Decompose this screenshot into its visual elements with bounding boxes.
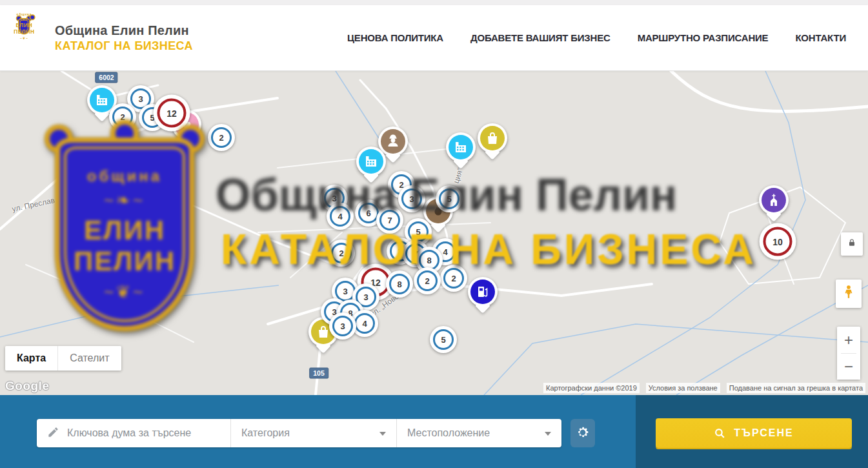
cluster-count: 5 xyxy=(433,329,454,350)
cluster-marker[interactable]: 2 xyxy=(440,265,467,292)
cluster-marker[interactable]: 12 xyxy=(154,95,190,132)
cluster-marker[interactable]: 3 xyxy=(398,185,425,212)
pin-marker-church[interactable] xyxy=(759,185,789,215)
map-type-switcher: Карта Сателит xyxy=(5,346,121,371)
cluster-marker[interactable]: 5 xyxy=(436,185,463,212)
zoom-out-button[interactable]: − xyxy=(837,354,860,380)
logo-text-line1: ЕЛИН xyxy=(14,22,34,28)
pin-marker-building[interactable] xyxy=(356,147,386,176)
cluster-marker[interactable]: 3 xyxy=(329,312,356,340)
map-attribution: Картографски данни ©2019 Условия за полз… xyxy=(543,383,865,393)
cluster-count: 12 xyxy=(157,99,187,128)
cluster-count: 4 xyxy=(330,206,350,227)
keyword-input[interactable] xyxy=(67,427,220,439)
cluster-count: 2 xyxy=(112,107,133,127)
building-icon xyxy=(90,88,114,112)
nav-item-contacts[interactable]: КОНТАКТИ xyxy=(795,32,846,43)
map-canvas[interactable]: 6002105 ул. Преславбул. „Новоселция” 325… xyxy=(0,71,868,395)
category-select[interactable]: Категория xyxy=(230,419,396,447)
chevron-down-icon xyxy=(545,432,551,436)
location-select[interactable]: Местоположение xyxy=(396,419,561,447)
category-placeholder: Категория xyxy=(241,427,290,439)
cluster-marker[interactable]: 2 xyxy=(109,103,136,130)
pegman-icon xyxy=(840,284,857,303)
cluster-count: 2 xyxy=(331,243,352,263)
brand[interactable]: община ~❧~ ЕЛИН ПЕЛИН ~❦~ Община Елин Пе… xyxy=(18,18,193,58)
worker-icon xyxy=(381,129,405,154)
lock-button[interactable] xyxy=(841,232,863,256)
nav-item-pricing[interactable]: ЦЕНОВА ПОЛИТИКА xyxy=(347,32,443,43)
site-subtitle: КАТАЛОГ НА БИЗНЕСА xyxy=(55,39,193,53)
pencil-icon xyxy=(47,426,59,441)
satellite-view-button[interactable]: Сателит xyxy=(57,346,121,371)
lock-icon xyxy=(847,238,857,250)
cluster-count: 2 xyxy=(417,270,438,291)
logo-text-top: община xyxy=(16,12,32,16)
search-bar: Категория Местоположение ТЪРСЕНЕ xyxy=(0,395,868,468)
search-button-label: ТЪРСЕНЕ xyxy=(734,427,793,439)
cluster-marker[interactable]: 8 xyxy=(386,270,413,298)
pin-marker-fuel[interactable] xyxy=(468,277,498,307)
pegman-button[interactable] xyxy=(836,280,862,308)
search-group: Категория Местоположение xyxy=(37,419,561,447)
cluster-count: 2 xyxy=(211,127,232,148)
cluster-marker[interactable]: 2 xyxy=(328,239,355,267)
search-button[interactable]: ТЪРСЕНЕ xyxy=(656,418,852,448)
main-nav: ЦЕНОВА ПОЛИТИКА ДОБАВЕТЕ ВАШИЯТ БИЗНЕС М… xyxy=(347,32,850,43)
search-icon xyxy=(714,427,726,440)
cluster-count: 7 xyxy=(379,210,400,230)
gear-icon xyxy=(576,425,590,442)
location-placeholder: Местоположение xyxy=(407,427,490,439)
fuel-icon xyxy=(470,280,495,304)
chevron-down-icon xyxy=(379,432,386,436)
cluster-count: 5 xyxy=(439,188,459,209)
logo-ornament: ~❧~ xyxy=(20,17,28,21)
cluster-marker[interactable]: 4 xyxy=(327,203,354,230)
site-title: Община Елин Пелин xyxy=(55,23,193,38)
page-top-strip xyxy=(0,0,868,5)
google-logo: Google xyxy=(5,379,49,393)
building-icon xyxy=(449,135,473,159)
cluster-marker[interactable]: 2 xyxy=(208,124,235,151)
attribution-data: Картографски данни ©2019 xyxy=(543,383,640,393)
zoom-controls: + − xyxy=(837,327,860,380)
cluster-count: 2 xyxy=(443,268,464,289)
cluster-count: 3 xyxy=(401,188,422,209)
pin-marker-building[interactable] xyxy=(446,132,476,162)
cluster-count: 8 xyxy=(389,274,410,294)
cluster-count: 4 xyxy=(354,313,375,334)
nav-item-bus-schedule[interactable]: МАРШРУТНО РАЗПИСАНИЕ xyxy=(638,32,769,43)
cluster-marker[interactable]: 7 xyxy=(376,207,403,234)
cluster-count: 10 xyxy=(763,227,792,256)
bag-icon xyxy=(480,126,505,150)
cluster-marker[interactable]: 2 xyxy=(414,267,441,294)
building-icon xyxy=(359,149,383,174)
map-view-button[interactable]: Карта xyxy=(5,346,57,371)
municipality-logo: община ~❧~ ЕЛИН ПЕЛИН ~❦~ xyxy=(18,18,30,34)
logo-ornament-bottom: ~❦~ xyxy=(20,36,28,39)
cluster-count: 3 xyxy=(332,316,353,336)
church-icon xyxy=(762,188,786,212)
pin-marker-bag[interactable] xyxy=(478,123,507,153)
report-error-link[interactable]: Подаване на сигнал за грешка в картата xyxy=(727,383,865,393)
terms-link[interactable]: Условия за ползване xyxy=(646,383,720,393)
site-header: община ~❧~ ЕЛИН ПЕЛИН ~❦~ Община Елин Пе… xyxy=(0,5,868,71)
cluster-marker[interactable]: 5 xyxy=(430,326,457,353)
nav-item-add-business[interactable]: ДОБАВЕТЕ ВАШИЯТ БИЗНЕС xyxy=(470,32,611,43)
logo-text-line2: ПЕЛИН xyxy=(14,28,34,35)
zoom-in-button[interactable]: + xyxy=(837,327,860,353)
keyword-section xyxy=(37,419,230,447)
marker-layer: 325122233564752427822128333843510 xyxy=(0,71,868,395)
cluster-marker[interactable]: 10 xyxy=(760,223,796,260)
advanced-settings-button[interactable] xyxy=(570,419,595,447)
cluster-count: 5 xyxy=(408,221,429,242)
